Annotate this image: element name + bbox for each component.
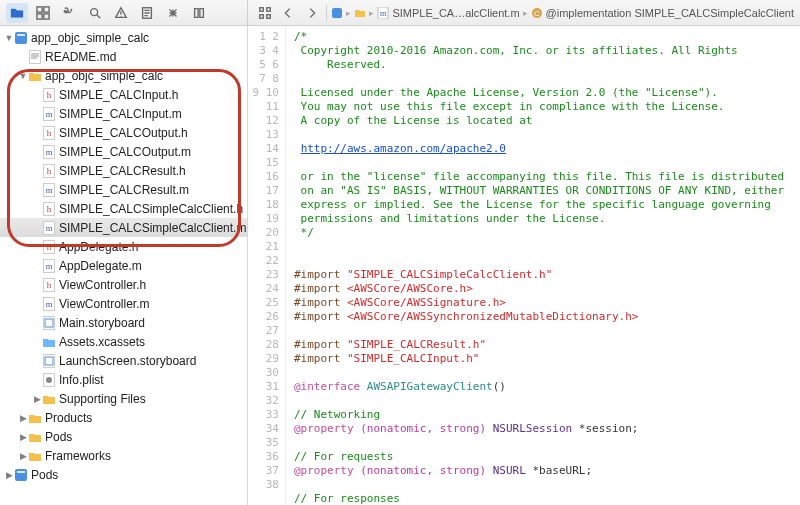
svg-text:m: m [46, 261, 53, 271]
tree-group[interactable]: ▶Pods [0, 427, 247, 446]
tree-file[interactable]: mViewController.m [0, 294, 247, 313]
tree-label: ViewController.h [59, 278, 146, 292]
tree-label: SIMPLE_CALCSimpleCalcClient.h [59, 202, 243, 216]
tree-file[interactable]: hSIMPLE_CALCResult.h [0, 161, 247, 180]
tree-group[interactable]: ▶Products [0, 408, 247, 427]
chevron-right-icon: ▸ [523, 8, 528, 18]
tree-label: Assets.xcassets [59, 335, 145, 349]
tree-group[interactable]: ▼app_objc_simple_calc [0, 28, 247, 47]
m-icon: m [42, 259, 56, 273]
disclosure-triangle-icon[interactable]: ▶ [18, 451, 28, 461]
tree-label: LaunchScreen.storyboard [59, 354, 196, 368]
main-split: ▼app_objc_simple_calcREADME.md▼app_objc_… [0, 26, 800, 505]
disclosure-triangle-icon[interactable]: ▼ [18, 71, 28, 81]
svg-rect-8 [259, 14, 263, 18]
disclosure-triangle-icon[interactable]: ▼ [4, 33, 14, 43]
h-icon: h [42, 240, 56, 254]
test-navigator-tab[interactable] [136, 3, 158, 23]
search-navigator-tab[interactable] [84, 3, 106, 23]
md-icon [28, 50, 42, 64]
svg-text:h: h [47, 204, 52, 214]
breadcrumb[interactable]: ▸ ▸ m SIMPLE_CA…alcClient.m ▸ C @impleme… [331, 7, 794, 19]
tree-file[interactable]: mSIMPLE_CALCSimpleCalcClient.m [0, 218, 247, 237]
tree-file[interactable]: Main.storyboard [0, 313, 247, 332]
m-icon: m [42, 221, 56, 235]
project-navigator[interactable]: ▼app_objc_simple_calcREADME.md▼app_objc_… [0, 26, 248, 505]
h-icon: h [42, 164, 56, 178]
svg-rect-0 [37, 6, 42, 11]
related-items-icon[interactable] [254, 3, 275, 23]
folder-icon [28, 69, 42, 83]
folder-icon [354, 7, 366, 19]
tree-file[interactable]: Info.plist [0, 370, 247, 389]
svg-text:m: m [46, 223, 53, 233]
tree-file[interactable]: hSIMPLE_CALCOutput.h [0, 123, 247, 142]
tree-group[interactable]: ▼app_objc_simple_calc [0, 66, 247, 85]
tree-label: Supporting Files [59, 392, 146, 406]
svg-text:m: m [46, 185, 53, 195]
line-number-gutter: 1 2 3 4 5 6 7 8 9 10 11 12 13 14 15 16 1… [248, 26, 286, 505]
svg-rect-1 [44, 6, 49, 11]
tree-file[interactable]: mSIMPLE_CALCResult.m [0, 180, 247, 199]
tree-label: SIMPLE_CALCInput.h [59, 88, 178, 102]
tree-file[interactable]: hSIMPLE_CALCInput.h [0, 85, 247, 104]
svg-rect-15 [15, 32, 27, 44]
tree-file[interactable]: LaunchScreen.storyboard [0, 351, 247, 370]
breadcrumb-symbol[interactable]: @implementation SIMPLE_CALCSimpleCalcCli… [546, 7, 794, 19]
sb-icon [42, 354, 56, 368]
back-button[interactable] [277, 3, 298, 23]
project-navigator-tab[interactable] [6, 3, 28, 23]
svg-text:h: h [47, 90, 52, 100]
tree-file[interactable]: README.md [0, 47, 247, 66]
tree-group[interactable]: ▶Supporting Files [0, 389, 247, 408]
tree-label: SIMPLE_CALCOutput.m [59, 145, 191, 159]
svg-point-47 [46, 377, 52, 383]
breadcrumb-file[interactable]: SIMPLE_CA…alcClient.m [392, 7, 519, 19]
debug-navigator-tab[interactable] [162, 3, 184, 23]
license-link[interactable]: http://aws.amazon.com/apache2.0 [301, 142, 506, 155]
plist-icon [42, 373, 56, 387]
symbol-navigator-tab[interactable] [32, 3, 54, 23]
tree-group[interactable]: ▶Frameworks [0, 446, 247, 465]
disclosure-triangle-icon[interactable]: ▶ [18, 413, 28, 423]
svg-rect-2 [37, 13, 42, 18]
m-icon: m [42, 145, 56, 159]
tree-file[interactable]: mAppDelegate.m [0, 256, 247, 275]
svg-text:h: h [47, 280, 52, 290]
tree-label: AppDelegate.m [59, 259, 142, 273]
editor-toolbar: ▸ ▸ m SIMPLE_CA…alcClient.m ▸ C @impleme… [248, 0, 800, 25]
folder-icon [28, 430, 42, 444]
folder-icon [28, 449, 42, 463]
tree-label: ViewController.m [59, 297, 149, 311]
forward-button[interactable] [301, 3, 322, 23]
svg-rect-17 [30, 50, 41, 63]
issue-navigator-tab[interactable] [110, 3, 132, 23]
folder-icon [42, 392, 56, 406]
class-icon: C [531, 7, 543, 19]
project-icon [331, 7, 343, 19]
svg-text:m: m [46, 147, 53, 157]
assets-icon [42, 335, 56, 349]
code-area[interactable]: /* Copyright 2010-2016 Amazon.com, Inc. … [286, 26, 800, 505]
h-icon: h [42, 202, 56, 216]
svg-rect-10 [332, 8, 342, 18]
tree-label: Pods [45, 430, 72, 444]
tree-file[interactable]: hViewController.h [0, 275, 247, 294]
report-navigator-tab[interactable] [188, 3, 210, 23]
tree-file[interactable]: mSIMPLE_CALCInput.m [0, 104, 247, 123]
disclosure-triangle-icon[interactable]: ▶ [18, 432, 28, 442]
disclosure-triangle-icon[interactable]: ▶ [4, 470, 14, 480]
disclosure-triangle-icon[interactable]: ▶ [32, 394, 42, 404]
source-editor[interactable]: 1 2 3 4 5 6 7 8 9 10 11 12 13 14 15 16 1… [248, 26, 800, 505]
tree-file[interactable]: mSIMPLE_CALCOutput.m [0, 142, 247, 161]
chevron-right-icon: ▸ [369, 8, 374, 18]
svg-text:m: m [380, 9, 387, 18]
tree-file[interactable]: hAppDelegate.h [0, 237, 247, 256]
navigator-toolbar [0, 0, 248, 25]
tree-file[interactable]: Assets.xcassets [0, 332, 247, 351]
svg-rect-3 [44, 13, 49, 18]
svg-text:h: h [47, 166, 52, 176]
find-navigator-tab[interactable] [58, 3, 80, 23]
tree-file[interactable]: hSIMPLE_CALCSimpleCalcClient.h [0, 199, 247, 218]
tree-group[interactable]: ▶Pods [0, 465, 247, 484]
